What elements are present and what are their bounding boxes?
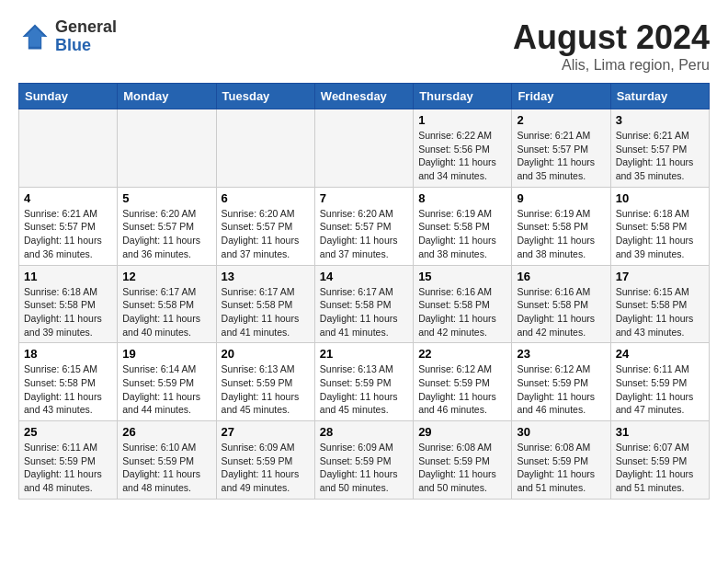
day-number: 6 — [222, 191, 310, 205]
day-number: 25 — [24, 425, 112, 439]
day-info: Sunrise: 6:21 AM Sunset: 5:57 PM Dayligh… — [517, 129, 605, 183]
calendar-cell: 4Sunrise: 6:21 AM Sunset: 5:57 PM Daylig… — [19, 187, 118, 265]
day-info: Sunrise: 6:09 AM Sunset: 5:59 PM Dayligh… — [222, 441, 310, 495]
calendar-cell: 7Sunrise: 6:20 AM Sunset: 5:57 PM Daylig… — [314, 187, 413, 265]
calendar-cell: 8Sunrise: 6:19 AM Sunset: 5:58 PM Daylig… — [414, 187, 512, 265]
day-info: Sunrise: 6:09 AM Sunset: 5:59 PM Dayligh… — [320, 441, 408, 495]
day-number: 11 — [24, 270, 112, 283]
calendar-cell: 6Sunrise: 6:20 AM Sunset: 5:57 PM Daylig… — [216, 187, 314, 265]
day-info: Sunrise: 6:17 AM Sunset: 5:58 PM Dayligh… — [320, 285, 408, 339]
day-info: Sunrise: 6:07 AM Sunset: 5:59 PM Dayligh… — [616, 441, 704, 495]
day-info: Sunrise: 6:20 AM Sunset: 5:57 PM Dayligh… — [122, 207, 210, 261]
header-wednesday: Wednesday — [314, 84, 413, 109]
day-number: 5 — [122, 191, 210, 205]
header-sunday: Sunday — [19, 84, 118, 109]
week-row-1: 1Sunrise: 6:22 AM Sunset: 5:56 PM Daylig… — [19, 109, 710, 188]
calendar-cell: 18Sunrise: 6:15 AM Sunset: 5:58 PM Dayli… — [19, 343, 118, 421]
calendar-header-row: SundayMondayTuesdayWednesdayThursdayFrid… — [19, 84, 710, 109]
calendar-cell: 25Sunrise: 6:11 AM Sunset: 5:59 PM Dayli… — [19, 421, 118, 500]
day-number: 20 — [222, 347, 310, 361]
day-info: Sunrise: 6:08 AM Sunset: 5:59 PM Dayligh… — [418, 441, 506, 495]
day-number: 27 — [222, 425, 310, 439]
day-number: 29 — [418, 425, 506, 439]
day-info: Sunrise: 6:20 AM Sunset: 5:57 PM Dayligh… — [320, 207, 408, 261]
week-row-3: 11Sunrise: 6:18 AM Sunset: 5:58 PM Dayli… — [19, 265, 710, 343]
day-number: 24 — [616, 347, 704, 361]
calendar-cell: 31Sunrise: 6:07 AM Sunset: 5:59 PM Dayli… — [610, 421, 709, 500]
day-number: 2 — [517, 113, 605, 127]
day-info: Sunrise: 6:18 AM Sunset: 5:58 PM Dayligh… — [24, 285, 112, 339]
calendar-cell: 29Sunrise: 6:08 AM Sunset: 5:59 PM Dayli… — [414, 421, 512, 500]
week-row-5: 25Sunrise: 6:11 AM Sunset: 5:59 PM Dayli… — [19, 421, 710, 500]
week-row-4: 18Sunrise: 6:15 AM Sunset: 5:58 PM Dayli… — [19, 343, 710, 421]
day-info: Sunrise: 6:21 AM Sunset: 5:57 PM Dayligh… — [24, 207, 112, 261]
subtitle: Alis, Lima region, Peru — [513, 57, 710, 74]
calendar-cell: 20Sunrise: 6:13 AM Sunset: 5:59 PM Dayli… — [216, 343, 314, 421]
day-info: Sunrise: 6:12 AM Sunset: 5:59 PM Dayligh… — [517, 362, 605, 417]
day-info: Sunrise: 6:15 AM Sunset: 5:58 PM Dayligh… — [616, 285, 704, 339]
calendar-table: SundayMondayTuesdayWednesdayThursdayFrid… — [18, 83, 710, 500]
calendar-cell: 21Sunrise: 6:13 AM Sunset: 5:59 PM Dayli… — [314, 343, 413, 421]
calendar-cell: 30Sunrise: 6:08 AM Sunset: 5:59 PM Dayli… — [512, 421, 610, 500]
calendar-cell: 27Sunrise: 6:09 AM Sunset: 5:59 PM Dayli… — [216, 421, 314, 500]
day-number: 26 — [122, 425, 210, 439]
header-friday: Friday — [512, 84, 610, 109]
logo-blue: Blue — [55, 37, 117, 55]
day-info: Sunrise: 6:17 AM Sunset: 5:58 PM Dayligh… — [122, 285, 210, 339]
day-number: 4 — [24, 191, 112, 205]
calendar-cell — [118, 109, 216, 188]
day-info: Sunrise: 6:22 AM Sunset: 5:56 PM Dayligh… — [418, 129, 506, 183]
calendar-cell: 22Sunrise: 6:12 AM Sunset: 5:59 PM Dayli… — [414, 343, 512, 421]
day-number: 30 — [517, 425, 605, 439]
day-number: 3 — [616, 113, 704, 127]
calendar-cell: 15Sunrise: 6:16 AM Sunset: 5:58 PM Dayli… — [414, 265, 512, 343]
day-info: Sunrise: 6:21 AM Sunset: 5:57 PM Dayligh… — [616, 129, 704, 183]
day-number: 7 — [320, 191, 408, 205]
day-info: Sunrise: 6:19 AM Sunset: 5:58 PM Dayligh… — [418, 207, 506, 261]
day-number: 15 — [418, 270, 506, 283]
day-info: Sunrise: 6:16 AM Sunset: 5:58 PM Dayligh… — [418, 285, 506, 339]
calendar-cell: 11Sunrise: 6:18 AM Sunset: 5:58 PM Dayli… — [19, 265, 118, 343]
day-info: Sunrise: 6:15 AM Sunset: 5:58 PM Dayligh… — [24, 362, 112, 417]
calendar-cell: 16Sunrise: 6:16 AM Sunset: 5:58 PM Dayli… — [512, 265, 610, 343]
day-info: Sunrise: 6:17 AM Sunset: 5:58 PM Dayligh… — [222, 285, 310, 339]
calendar-cell: 13Sunrise: 6:17 AM Sunset: 5:58 PM Dayli… — [216, 265, 314, 343]
calendar-cell — [19, 109, 118, 188]
logo-general: General — [55, 18, 117, 37]
day-number: 10 — [616, 191, 704, 205]
calendar-cell: 19Sunrise: 6:14 AM Sunset: 5:59 PM Dayli… — [118, 343, 216, 421]
calendar-cell: 3Sunrise: 6:21 AM Sunset: 5:57 PM Daylig… — [610, 109, 709, 188]
day-number: 31 — [616, 425, 704, 439]
header-thursday: Thursday — [414, 84, 512, 109]
day-number: 19 — [122, 347, 210, 361]
day-number: 18 — [24, 347, 112, 361]
logo-icon — [18, 20, 51, 53]
day-number: 13 — [222, 270, 310, 283]
calendar-cell — [314, 109, 413, 188]
header-saturday: Saturday — [610, 84, 709, 109]
calendar-cell — [216, 109, 314, 188]
calendar-cell: 1Sunrise: 6:22 AM Sunset: 5:56 PM Daylig… — [414, 109, 512, 188]
day-info: Sunrise: 6:20 AM Sunset: 5:57 PM Dayligh… — [222, 207, 310, 261]
day-number: 9 — [517, 191, 605, 205]
day-info: Sunrise: 6:11 AM Sunset: 5:59 PM Dayligh… — [616, 362, 704, 417]
calendar-cell: 2Sunrise: 6:21 AM Sunset: 5:57 PM Daylig… — [512, 109, 610, 188]
day-number: 14 — [320, 270, 408, 283]
logo: General Blue — [18, 18, 117, 55]
calendar-cell: 5Sunrise: 6:20 AM Sunset: 5:57 PM Daylig… — [118, 187, 216, 265]
day-info: Sunrise: 6:08 AM Sunset: 5:59 PM Dayligh… — [517, 441, 605, 495]
calendar-cell: 28Sunrise: 6:09 AM Sunset: 5:59 PM Dayli… — [314, 421, 413, 500]
day-number: 8 — [418, 191, 506, 205]
header-monday: Monday — [118, 84, 216, 109]
day-info: Sunrise: 6:16 AM Sunset: 5:58 PM Dayligh… — [517, 285, 605, 339]
day-info: Sunrise: 6:11 AM Sunset: 5:59 PM Dayligh… — [24, 441, 112, 495]
calendar-cell: 26Sunrise: 6:10 AM Sunset: 5:59 PM Dayli… — [118, 421, 216, 500]
calendar-cell: 9Sunrise: 6:19 AM Sunset: 5:58 PM Daylig… — [512, 187, 610, 265]
svg-marker-1 — [25, 27, 45, 47]
main-title: August 2024 — [513, 18, 710, 57]
calendar-cell: 23Sunrise: 6:12 AM Sunset: 5:59 PM Dayli… — [512, 343, 610, 421]
header-tuesday: Tuesday — [216, 84, 314, 109]
day-number: 16 — [517, 270, 605, 283]
day-number: 22 — [418, 347, 506, 361]
day-number: 21 — [320, 347, 408, 361]
